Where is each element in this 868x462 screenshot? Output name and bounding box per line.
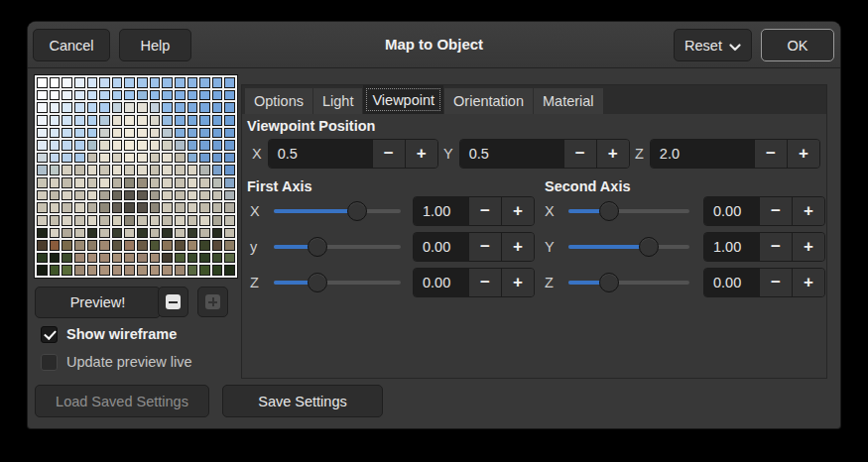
help-button[interactable]: Help xyxy=(119,29,191,61)
preview-cell xyxy=(224,177,235,188)
preview-cell xyxy=(162,153,173,164)
preview-cell xyxy=(175,202,186,213)
preview-cell xyxy=(150,153,161,164)
minus-icon[interactable]: − xyxy=(759,269,792,296)
preview-cell xyxy=(99,265,110,276)
preview-cell xyxy=(62,177,72,188)
minus-icon[interactable]: − xyxy=(759,197,792,225)
tab-orientation[interactable]: Orientation xyxy=(444,88,533,114)
minus-icon[interactable]: − xyxy=(468,197,501,225)
plus-icon[interactable]: + xyxy=(787,140,819,168)
preview-cell xyxy=(37,253,48,264)
preview-cell xyxy=(99,102,110,113)
plus-icon[interactable]: + xyxy=(405,140,437,168)
viewpoint-z-input[interactable]: 2.0 xyxy=(651,140,754,168)
minus-icon[interactable]: − xyxy=(563,140,596,168)
second-axis-x-input[interactable]: 0.00 xyxy=(704,197,759,225)
plus-icon[interactable]: + xyxy=(792,269,824,296)
zoom-in-button[interactable] xyxy=(197,287,228,317)
second-axis-z-input[interactable]: 0.00 xyxy=(704,269,759,296)
minus-icon[interactable]: − xyxy=(468,233,501,261)
plus-icon[interactable]: + xyxy=(501,233,534,261)
preview-cell xyxy=(74,128,85,139)
preview-button[interactable]: Preview! xyxy=(35,287,161,318)
minus-icon[interactable]: − xyxy=(468,269,501,296)
preview-cell xyxy=(62,228,72,239)
first-axis-y-slider[interactable] xyxy=(274,230,401,264)
plus-icon[interactable]: + xyxy=(501,197,534,225)
preview-cell xyxy=(175,190,186,201)
update-preview-live-checkbox[interactable]: Update preview live xyxy=(41,350,192,374)
slider-thumb[interactable] xyxy=(599,273,619,292)
preview-cell xyxy=(150,228,161,239)
preview-cell xyxy=(37,165,48,175)
first-axis-z-slider[interactable] xyxy=(274,266,401,299)
preview-cell xyxy=(87,202,98,213)
tab-material[interactable]: Material xyxy=(534,88,603,114)
slider-thumb[interactable] xyxy=(347,201,367,221)
preview-cell xyxy=(112,265,123,276)
plus-icon[interactable]: + xyxy=(792,233,824,261)
first-axis-x-input[interactable]: 1.00 xyxy=(414,197,468,225)
preview-cell xyxy=(50,240,61,251)
tab-light[interactable]: Light xyxy=(313,88,362,114)
preview-cell xyxy=(99,215,110,226)
map-to-object-dialog: Cancel Help Map to Object Reset OK Previ… xyxy=(28,22,840,428)
preview-cell xyxy=(175,77,186,88)
slider-thumb[interactable] xyxy=(308,273,327,292)
plus-icon[interactable]: + xyxy=(596,140,629,168)
slider-thumb[interactable] xyxy=(308,237,327,257)
preview-cell xyxy=(212,190,223,201)
first-axis-z-row: Z 0.00 − + xyxy=(250,266,535,299)
preview-cell xyxy=(74,77,85,88)
ok-button[interactable]: OK xyxy=(761,29,834,61)
preview-cell xyxy=(162,177,173,188)
preview-cell xyxy=(74,228,85,239)
first-axis-y-input[interactable]: 0.00 xyxy=(414,233,468,261)
preview-cell xyxy=(137,202,148,213)
cancel-button[interactable]: Cancel xyxy=(33,29,110,61)
minus-icon[interactable]: − xyxy=(759,233,792,261)
save-settings-button[interactable]: Save Settings xyxy=(222,385,383,417)
checkbox-unchecked-icon[interactable] xyxy=(41,354,58,371)
zoom-out-button[interactable] xyxy=(158,287,188,317)
preview-image[interactable] xyxy=(34,74,238,279)
preview-cell xyxy=(199,228,210,239)
preview-cell xyxy=(175,228,186,239)
preview-cell xyxy=(87,128,98,139)
minus-icon[interactable]: − xyxy=(372,140,405,168)
minus-icon[interactable]: − xyxy=(754,140,787,168)
show-wireframe-checkbox[interactable]: Show wireframe xyxy=(41,322,177,346)
viewpoint-x-input[interactable]: 0.5 xyxy=(269,140,372,168)
first-axis-z-input[interactable]: 0.00 xyxy=(414,269,468,296)
second-axis-x-slider[interactable] xyxy=(568,194,689,228)
viewpoint-y-input[interactable]: 0.5 xyxy=(460,140,563,168)
second-axis-x-spinbutton: 0.00 − + xyxy=(703,196,825,226)
preview-cell xyxy=(50,115,61,126)
update-preview-live-label: Update preview live xyxy=(66,354,192,370)
preview-cell xyxy=(124,202,135,213)
reset-button[interactable]: Reset xyxy=(674,29,752,61)
second-axis-z-spinbutton: 0.00 − + xyxy=(703,268,825,297)
tab-viewpoint[interactable]: Viewpoint xyxy=(363,85,443,114)
preview-cell xyxy=(150,253,161,264)
viewpoint-y-spinbutton: 0.5 − + xyxy=(459,139,630,169)
preview-cell xyxy=(137,253,148,264)
slider-thumb[interactable] xyxy=(639,237,659,257)
preview-cell xyxy=(137,77,148,88)
tab-options[interactable]: Options xyxy=(245,88,312,114)
second-axis-y-slider[interactable] xyxy=(568,230,689,264)
second-axis-z-slider[interactable] xyxy=(568,266,689,299)
preview-cell xyxy=(212,128,223,139)
plus-icon[interactable]: + xyxy=(792,197,824,225)
checkbox-checked-icon[interactable] xyxy=(41,326,58,343)
first-axis-x-slider[interactable] xyxy=(274,194,401,228)
plus-icon[interactable]: + xyxy=(501,269,534,296)
second-axis-y-input[interactable]: 1.00 xyxy=(704,233,759,261)
preview-cell xyxy=(62,215,72,226)
load-saved-settings-button[interactable]: Load Saved Settings xyxy=(35,385,209,417)
preview-cell xyxy=(74,90,85,101)
preview-cell xyxy=(124,177,135,188)
second-axis-y-label: Y xyxy=(545,239,566,255)
slider-thumb[interactable] xyxy=(599,201,619,221)
